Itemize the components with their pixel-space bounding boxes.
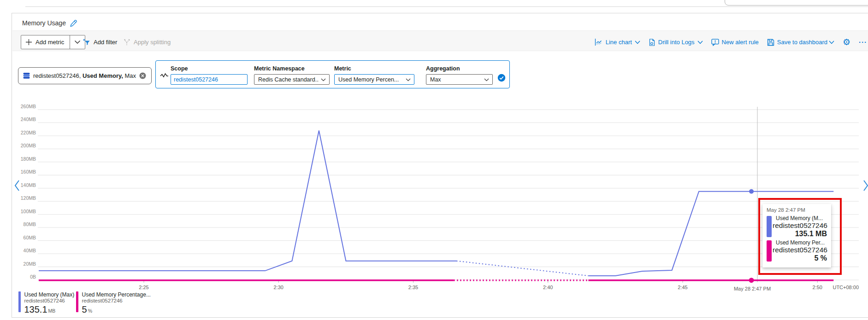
legend-value-number: 5 (82, 304, 87, 314)
legend-value: 135.1MB (24, 304, 75, 316)
y-tick-label: 160MB (21, 169, 36, 175)
legend-item[interactable]: Used Memory (Max) redistest0527246 135.1… (18, 291, 74, 316)
legend-name: Used Memory Percentage... (82, 291, 151, 298)
x-tick-label: 2:50 (813, 285, 822, 290)
y-tick-label: 220MB (21, 130, 36, 135)
y-tick-label: 240MB (21, 116, 36, 122)
y-tick-label: 80MB (24, 221, 36, 227)
x-tick-label: 2:35 (408, 285, 418, 290)
x-tick-label: 2:40 (543, 285, 553, 290)
legend-resource: redistest0527246 (24, 298, 75, 304)
y-tick-label: 60MB (24, 235, 36, 240)
legend-value: 5% (82, 304, 151, 316)
cursor-label: May 28 2:47 PM (734, 286, 771, 291)
page: Memory Usage Add metric (0, 0, 868, 320)
legend-value-number: 135.1 (24, 304, 47, 314)
x-tick-label: 2:30 (274, 285, 283, 290)
cursor-marker (749, 189, 754, 194)
series-line-solid (39, 131, 456, 271)
legend-color-bar (18, 291, 21, 312)
legend-value-unit: MB (48, 308, 56, 314)
timezone-label: UTC+08:00 (833, 285, 859, 290)
pan-left-icon[interactable] (14, 180, 20, 193)
legend-color-bar (76, 291, 78, 312)
legend-item[interactable]: Used Memory Percentage... redistest05272… (76, 291, 151, 316)
y-tick-label: 140MB (21, 182, 36, 188)
y-tick-label: 180MB (21, 156, 36, 162)
legend-value-unit: % (88, 308, 92, 314)
legend-resource: redistest0527246 (82, 298, 151, 304)
y-tick-label: 260MB (21, 104, 36, 109)
x-tick-label: 2:25 (139, 285, 148, 290)
y-tick-label: 0B (30, 274, 36, 279)
pan-right-icon[interactable] (862, 180, 868, 193)
cursor-marker (749, 278, 754, 283)
y-tick-label: 120MB (21, 195, 36, 201)
series-line-dotted (456, 261, 588, 276)
legend-name: Used Memory (Max) (24, 291, 75, 298)
x-tick-label: 2:45 (678, 285, 687, 290)
y-tick-label: 40MB (24, 248, 36, 253)
highlight-annotation (758, 198, 842, 275)
y-tick-label: 20MB (24, 261, 36, 267)
y-tick-label: 200MB (21, 143, 36, 148)
metrics-chart[interactable]: 0B20MB40MB60MB80MB100MB120MB140MB160MB18… (0, 0, 868, 320)
y-tick-label: 100MB (21, 209, 36, 214)
